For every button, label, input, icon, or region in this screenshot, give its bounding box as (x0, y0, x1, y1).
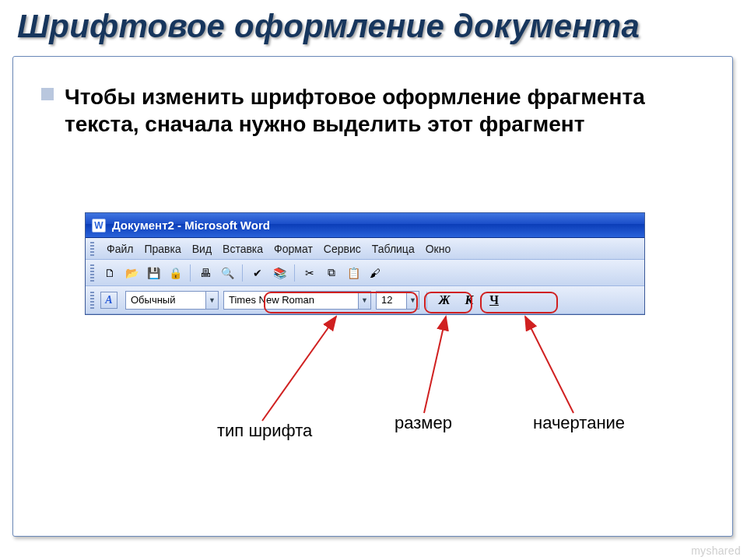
paste-icon[interactable]: 📋 (344, 264, 363, 282)
italic-button[interactable]: К (459, 291, 479, 310)
toolbar-grip-icon[interactable] (90, 264, 94, 282)
font-dropdown-value: Times New Roman (229, 294, 358, 306)
menu-format[interactable]: Формат (274, 243, 313, 255)
font-dropdown[interactable]: Times New Roman ▼ (223, 291, 371, 310)
arrow-size (424, 317, 446, 413)
print-preview-icon[interactable]: 🔍 (218, 264, 237, 282)
style-dropdown[interactable]: Обычный ▼ (125, 291, 219, 310)
chevron-down-icon[interactable]: ▼ (358, 292, 370, 309)
chevron-down-icon[interactable]: ▼ (205, 292, 218, 309)
menu-view[interactable]: Вид (192, 243, 212, 255)
slide: Шрифтовое оформление документа Чтобы изм… (0, 0, 747, 560)
separator-icon (242, 264, 243, 282)
menu-tools[interactable]: Сервис (324, 243, 361, 255)
word-window-title: Документ2 - Microsoft Word (112, 219, 270, 232)
label-style: начертание (533, 413, 625, 433)
word-app-icon: W (92, 219, 106, 233)
bullet-square-icon (41, 88, 54, 100)
word-menubar: Файл Правка Вид Вставка Формат Сервис Та… (86, 238, 644, 260)
save-icon[interactable]: 💾 (144, 264, 163, 282)
slide-title: Шрифтовое оформление документа (0, 0, 747, 50)
word-titlebar: W Документ2 - Microsoft Word (86, 213, 644, 238)
chevron-down-icon[interactable]: ▼ (406, 292, 419, 309)
word-formatting-toolbar: A Обычный ▼ Times New Roman ▼ 12 ▼ Ж К Ч (86, 286, 644, 314)
word-standard-toolbar: 🗋 📂 💾 🔒 🖶 🔍 ✔ 📚 ✂ ⧉ 📋 🖌 (86, 260, 644, 286)
menu-table[interactable]: Таблица (372, 243, 415, 255)
size-dropdown-value: 12 (381, 294, 406, 306)
label-size: размер (395, 413, 452, 433)
permission-icon[interactable]: 🔒 (166, 264, 184, 282)
separator-icon (426, 292, 427, 309)
style-dropdown-value: Обычный (131, 294, 205, 306)
menu-insert[interactable]: Вставка (223, 243, 263, 255)
format-painter-icon[interactable]: 🖌 (366, 264, 384, 282)
toolbar-grip-icon[interactable] (90, 242, 94, 256)
arrow-font-type (262, 317, 336, 421)
menu-window[interactable]: Окно (426, 243, 451, 255)
open-icon[interactable]: 📂 (122, 264, 141, 282)
label-font-type: тип шрифта (217, 421, 312, 441)
body-text-content: Чтобы изменить шрифтовое оформление фраг… (43, 83, 678, 138)
body-text: Чтобы изменить шрифтовое оформление фраг… (43, 83, 678, 138)
toolbar-grip-icon[interactable] (90, 292, 94, 309)
separator-icon (190, 264, 191, 282)
watermark: myshared (691, 544, 741, 557)
print-icon[interactable]: 🖶 (196, 264, 215, 282)
copy-icon[interactable]: ⧉ (322, 264, 341, 282)
word-window: W Документ2 - Microsoft Word Файл Правка… (85, 212, 645, 315)
content-frame: Чтобы изменить шрифтовое оформление фраг… (12, 56, 733, 537)
arrow-style (525, 317, 573, 413)
bold-button[interactable]: Ж (434, 291, 454, 310)
underline-button[interactable]: Ч (484, 291, 504, 310)
spelling-icon[interactable]: ✔ (248, 264, 267, 282)
separator-icon (294, 264, 295, 282)
menu-edit[interactable]: Правка (144, 243, 181, 255)
style-glyph-icon[interactable]: A (100, 292, 117, 309)
new-doc-icon[interactable]: 🗋 (100, 264, 119, 282)
cut-icon[interactable]: ✂ (300, 264, 319, 282)
research-icon[interactable]: 📚 (270, 264, 289, 282)
menu-file[interactable]: Файл (107, 243, 133, 255)
size-dropdown[interactable]: 12 ▼ (376, 291, 419, 310)
